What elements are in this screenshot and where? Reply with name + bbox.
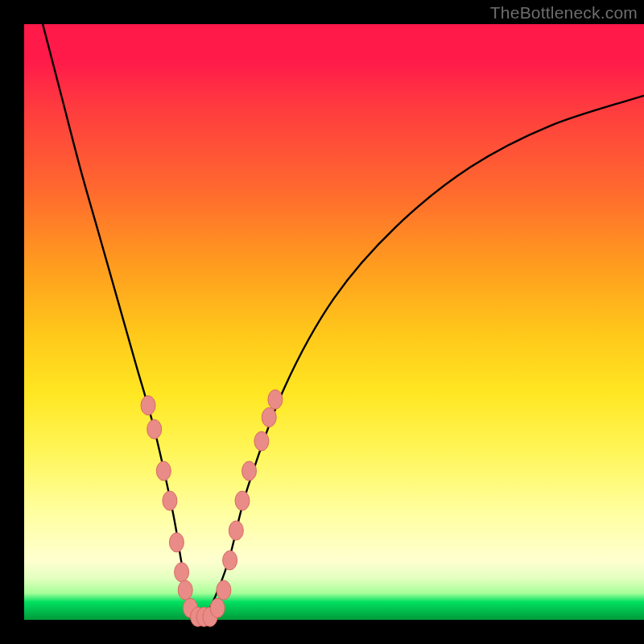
marker-point (147, 419, 162, 439)
marker-point (235, 491, 250, 510)
marker-point (217, 580, 231, 600)
marker-point (178, 580, 192, 600)
marker-point (169, 533, 184, 552)
chart-stage: TheBottleneck.com (0, 0, 644, 644)
marker-point (254, 431, 269, 451)
marker-point (262, 407, 276, 427)
bottleneck-curve (43, 24, 644, 620)
marker-point (175, 563, 189, 582)
marker-point (229, 521, 243, 540)
watermark-label: TheBottleneck.com (490, 3, 638, 23)
marker-point (141, 396, 155, 415)
marker-point (242, 461, 257, 481)
marker-group (141, 390, 283, 626)
marker-point (156, 461, 171, 481)
marker-point (163, 491, 177, 510)
plot-area (24, 24, 644, 620)
curve-svg (24, 24, 644, 620)
marker-point (210, 598, 225, 617)
marker-point (223, 551, 237, 570)
marker-point (268, 390, 283, 409)
